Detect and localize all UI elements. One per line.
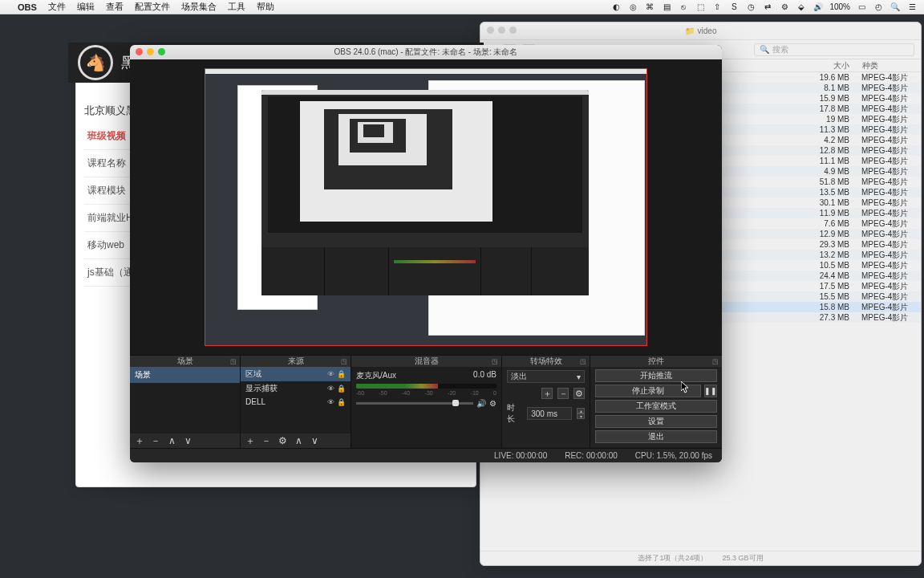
menu-icon[interactable]: ☰ xyxy=(906,2,918,13)
gear-icon[interactable]: ⚙ xyxy=(573,388,585,399)
move-down-icon[interactable]: ∨ xyxy=(183,436,192,446)
speaker-icon[interactable]: 🔊 xyxy=(476,399,486,408)
source-item[interactable]: 区域👁🔒 xyxy=(241,367,351,381)
eye-icon[interactable]: 👁 xyxy=(327,385,334,393)
remove-icon[interactable]: － xyxy=(557,388,569,399)
remove-icon[interactable]: － xyxy=(261,436,271,446)
exit-button[interactable]: 退出 xyxy=(595,430,717,443)
pause-button[interactable]: ❚❚ xyxy=(704,385,717,397)
menu-app[interactable]: OBS xyxy=(18,2,37,12)
menu-file[interactable]: 文件 xyxy=(48,1,66,13)
lock-icon[interactable]: 🔒 xyxy=(337,385,346,393)
volume-icon[interactable]: 🔊 xyxy=(813,2,824,13)
add-icon[interactable]: ＋ xyxy=(541,388,553,399)
duration-stepper[interactable]: ▴▾ xyxy=(577,408,585,419)
lock-icon[interactable]: 🔒 xyxy=(337,370,346,378)
track-name: 麦克风/Aux xyxy=(356,370,396,381)
col-kind[interactable]: 种类 xyxy=(857,60,921,71)
gear-icon[interactable]: ⚙ xyxy=(489,399,496,408)
status-icon[interactable]: ◷ xyxy=(745,2,756,13)
obs-titlebar[interactable]: OBS 24.0.6 (mac) - 配置文件: 未命名 - 场景: 未命名 xyxy=(130,45,722,59)
add-icon[interactable]: ＋ xyxy=(135,436,144,446)
studio-mode-button[interactable]: 工作室模式 xyxy=(595,400,717,413)
status-icon[interactable]: ⎋ xyxy=(678,2,689,13)
duration-label: 时长 xyxy=(507,402,522,425)
status-icon[interactable]: ⬚ xyxy=(695,2,706,13)
menu-scene-collection[interactable]: 场景集合 xyxy=(181,1,217,13)
obs-window[interactable]: OBS 24.0.6 (mac) - 配置文件: 未命名 - 场景: 未命名 xyxy=(130,45,722,462)
col-size[interactable]: 大小 xyxy=(729,60,857,71)
source-item[interactable]: 显示捕获👁🔒 xyxy=(241,381,351,396)
sources-panel: ◳来源 区域👁🔒 显示捕获👁🔒 DELL👁🔒 ＋ － ⚙ ∧ ∨ xyxy=(241,356,351,448)
move-up-icon[interactable]: ∧ xyxy=(294,436,303,446)
footer-selection: 选择了1项（共24项） xyxy=(638,553,707,564)
menu-tools[interactable]: 工具 xyxy=(228,1,245,13)
controls-panel: ◳控件 开始推流 停止录制 ❚❚ 工作室模式 设置 退出 xyxy=(590,356,722,448)
track-db: 0.0 dB xyxy=(473,370,496,381)
popout-icon[interactable]: ◳ xyxy=(712,358,719,365)
footer-free: 25.3 GB可用 xyxy=(723,553,764,564)
remove-icon[interactable]: － xyxy=(151,436,160,446)
obs-statusbar: LIVE: 00:00:00 REC: 00:00:00 CPU: 1.5%, … xyxy=(130,448,722,462)
move-down-icon[interactable]: ∨ xyxy=(310,436,319,446)
panel-title: 转场特效 xyxy=(530,356,562,367)
status-icon[interactable]: S xyxy=(728,2,740,13)
add-icon[interactable]: ＋ xyxy=(245,436,255,446)
popout-icon[interactable]: ◳ xyxy=(580,358,586,365)
status-icon[interactable]: ⇧ xyxy=(711,2,723,13)
menu-edit[interactable]: 编辑 xyxy=(77,1,95,13)
chevron-down-icon: ▾ xyxy=(577,372,581,381)
minimize-button[interactable] xyxy=(147,48,154,55)
finder-titlebar[interactable]: 📁 video xyxy=(480,22,921,40)
search-icon: 🔍 xyxy=(760,45,769,54)
status-cpu: CPU: 1.5%, 20.00 fps xyxy=(635,451,712,460)
eye-icon[interactable]: 👁 xyxy=(327,398,334,406)
panel-title: 来源 xyxy=(288,356,304,367)
mouse-cursor xyxy=(681,381,691,394)
status-icon[interactable]: ⚙ xyxy=(779,2,790,13)
start-stream-button[interactable]: 开始推流 xyxy=(595,369,717,382)
menubar-status: ◐ ◎ ⌘ ▤ ⎋ ⬚ ⇧ S ◷ ⇄ ⚙ ⬙ 🔊 100% ▭ ◴ 🔍 ☰ xyxy=(610,2,918,13)
menu-profile[interactable]: 配置文件 xyxy=(135,1,170,13)
popout-icon[interactable]: ◳ xyxy=(492,358,498,365)
mac-menubar: OBS 文件 编辑 查看 配置文件 场景集合 工具 帮助 ◐ ◎ ⌘ ▤ ⎋ ⬚… xyxy=(0,0,924,14)
mixer-track: 麦克风/Aux 0.0 dB -60-50-40-30-20-100 🔊 ⚙ xyxy=(351,367,501,411)
transitions-panel: ◳转场特效 淡出▾ ＋ － ⚙ 时长 300 ms ▴▾ xyxy=(502,356,590,448)
status-icon[interactable]: ⌘ xyxy=(644,2,655,13)
status-rec: REC: 00:00:00 xyxy=(565,451,618,460)
eye-icon[interactable]: 👁 xyxy=(327,370,334,378)
preview-frame[interactable] xyxy=(205,68,647,346)
scene-item[interactable]: 场景 xyxy=(130,367,240,383)
close-button[interactable] xyxy=(136,48,143,55)
gear-icon[interactable]: ⚙ xyxy=(278,436,287,446)
scenes-panel: ◳场景 场景 ＋ － ∧ ∨ xyxy=(130,356,241,448)
status-icon[interactable]: ◐ xyxy=(610,2,622,13)
lock-icon[interactable]: 🔒 xyxy=(337,398,346,406)
battery-icon: ▭ xyxy=(856,2,867,13)
popout-icon[interactable]: ◳ xyxy=(341,358,347,365)
folder-icon: 📁 xyxy=(685,26,695,35)
status-live: LIVE: 00:00:00 xyxy=(494,451,547,460)
transition-select[interactable]: 淡出▾ xyxy=(507,370,585,383)
wifi-icon[interactable]: ⬙ xyxy=(796,2,807,13)
obs-preview[interactable] xyxy=(130,59,722,355)
move-up-icon[interactable]: ∧ xyxy=(167,436,176,446)
search-icon[interactable]: 🔍 xyxy=(890,2,901,13)
clock-icon[interactable]: ◴ xyxy=(873,2,884,13)
status-icon[interactable]: ◎ xyxy=(627,2,638,13)
finder-footer: 选择了1项（共24项） 25.3 GB可用 xyxy=(480,551,921,565)
battery-percent: 100% xyxy=(829,2,850,11)
menu-help[interactable]: 帮助 xyxy=(257,1,274,13)
obs-title-text: OBS 24.0.6 (mac) - 配置文件: 未命名 - 场景: 未命名 xyxy=(334,47,518,58)
source-item[interactable]: DELL👁🔒 xyxy=(241,396,351,408)
duration-input[interactable]: 300 ms xyxy=(527,407,572,420)
popout-icon[interactable]: ◳ xyxy=(230,358,237,365)
audio-meter xyxy=(356,384,496,389)
settings-button[interactable]: 设置 xyxy=(595,415,717,428)
zoom-button[interactable] xyxy=(158,48,165,55)
menu-view[interactable]: 查看 xyxy=(106,1,124,13)
status-icon[interactable]: ▤ xyxy=(661,2,672,13)
finder-search[interactable]: 🔍 搜索 xyxy=(754,43,914,56)
status-icon[interactable]: ⇄ xyxy=(762,2,773,13)
volume-slider[interactable] xyxy=(356,402,473,405)
